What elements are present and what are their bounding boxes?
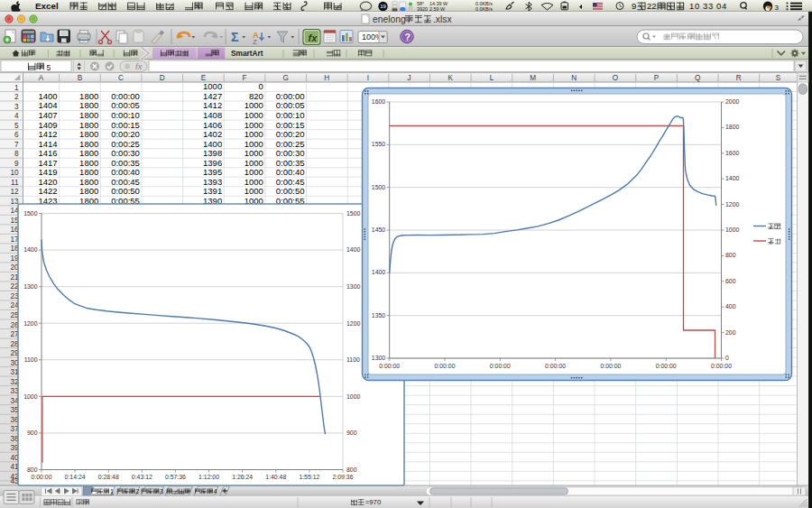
svg-text:0:00:45: 0:00:45 xyxy=(276,177,305,187)
svg-text:0:00:00: 0:00:00 xyxy=(276,91,305,101)
svg-text:1800: 1800 xyxy=(79,167,98,177)
svg-text:0:00:25: 0:00:25 xyxy=(276,139,305,149)
svg-text:R: R xyxy=(736,74,742,82)
svg-text:1100: 1100 xyxy=(346,356,360,363)
svg-text:2: 2 xyxy=(14,93,19,101)
svg-text:0:00:00: 0:00:00 xyxy=(600,363,621,369)
svg-text:2.59 W: 2.59 W xyxy=(429,6,446,12)
svg-text:1427: 1427 xyxy=(203,91,222,101)
svg-text:10: 10 xyxy=(10,169,19,177)
svg-text:1800: 1800 xyxy=(79,110,98,120)
svg-text:1000: 1000 xyxy=(245,100,263,110)
svg-text:1402: 1402 xyxy=(203,129,222,139)
svg-text:0:00:30: 0:00:30 xyxy=(276,148,305,158)
svg-text:.xlsx: .xlsx xyxy=(433,14,452,24)
svg-text:1412: 1412 xyxy=(38,129,57,139)
svg-text:0:28:48: 0:28:48 xyxy=(98,474,119,480)
svg-text:0:00:15: 0:00:15 xyxy=(276,120,305,130)
svg-text:22: 22 xyxy=(647,1,657,11)
svg-text:1000: 1000 xyxy=(245,158,263,168)
svg-text:1000: 1000 xyxy=(23,393,37,400)
svg-text:L: L xyxy=(490,74,494,82)
svg-text:fx: fx xyxy=(135,61,143,71)
svg-text:G: G xyxy=(282,74,288,82)
svg-text:1:55:12: 1:55:12 xyxy=(299,474,319,480)
svg-text:P: P xyxy=(654,74,660,82)
svg-text:K: K xyxy=(448,74,454,82)
svg-text:9: 9 xyxy=(632,1,636,11)
svg-text:1200: 1200 xyxy=(725,201,739,208)
svg-text:1300: 1300 xyxy=(23,283,37,290)
svg-text:1:40:48: 1:40:48 xyxy=(265,474,286,480)
svg-text:800: 800 xyxy=(725,252,736,258)
svg-text:B: B xyxy=(78,74,83,82)
svg-text:0:43:12: 0:43:12 xyxy=(132,474,152,480)
svg-text:=970: =970 xyxy=(365,498,382,506)
svg-text:0:00:35: 0:00:35 xyxy=(276,158,305,168)
svg-text:1396: 1396 xyxy=(203,158,222,168)
svg-text:1600: 1600 xyxy=(725,150,739,156)
svg-text:0:00:40: 0:00:40 xyxy=(276,167,305,177)
svg-text:3: 3 xyxy=(160,488,163,494)
svg-text:0:00:10: 0:00:10 xyxy=(276,110,305,120)
svg-text:0:00:25: 0:00:25 xyxy=(111,139,140,149)
svg-text:1800: 1800 xyxy=(79,139,98,149)
svg-text:1395: 1395 xyxy=(203,167,222,177)
svg-text:1350: 1350 xyxy=(372,312,385,319)
svg-text:enelong: enelong xyxy=(373,14,406,24)
svg-text:1500: 1500 xyxy=(23,210,37,217)
svg-text:11: 11 xyxy=(11,179,19,187)
svg-text:1422: 1422 xyxy=(38,186,57,196)
svg-text:1391: 1391 xyxy=(203,186,222,196)
svg-text:D: D xyxy=(160,74,165,82)
svg-text:1419: 1419 xyxy=(38,167,57,177)
svg-text:1400: 1400 xyxy=(23,246,37,253)
svg-text:1400: 1400 xyxy=(346,246,360,253)
svg-text:1400: 1400 xyxy=(38,91,57,101)
svg-text:1000: 1000 xyxy=(203,81,222,91)
svg-text:1000: 1000 xyxy=(346,393,360,400)
svg-text:1:12:00: 1:12:00 xyxy=(198,474,219,480)
svg-text:0:00:10: 0:00:10 xyxy=(111,110,140,120)
svg-text:1000: 1000 xyxy=(245,167,263,177)
svg-text:1000: 1000 xyxy=(245,139,263,149)
svg-text:0:00:30: 0:00:30 xyxy=(111,148,140,158)
svg-text:J: J xyxy=(408,74,411,82)
svg-text:900: 900 xyxy=(27,429,38,436)
svg-text:1500: 1500 xyxy=(372,184,385,190)
svg-text:SmartArt: SmartArt xyxy=(231,49,263,58)
svg-text:?: ? xyxy=(405,32,411,42)
svg-text:1800: 1800 xyxy=(79,177,98,187)
svg-text:1393: 1393 xyxy=(203,177,222,187)
svg-text:400: 400 xyxy=(725,303,736,309)
svg-text:0: 0 xyxy=(725,355,729,361)
svg-text:A: A xyxy=(39,74,44,82)
svg-text:1408: 1408 xyxy=(203,110,222,120)
svg-text:1416: 1416 xyxy=(38,148,57,158)
svg-text:1404: 1404 xyxy=(38,100,57,110)
svg-text:0:00:50: 0:00:50 xyxy=(111,186,140,196)
svg-text:0:00:20: 0:00:20 xyxy=(276,129,305,139)
svg-text:0:00:00: 0:00:00 xyxy=(32,474,52,480)
svg-text:800: 800 xyxy=(346,466,357,473)
svg-text:8: 8 xyxy=(14,150,19,158)
svg-text:1550: 1550 xyxy=(372,141,385,147)
svg-text:0.0KB/s: 0.0KB/s xyxy=(475,6,493,12)
svg-text:1800: 1800 xyxy=(79,129,98,139)
svg-text:10 33 04: 10 33 04 xyxy=(689,1,727,11)
svg-text:1200: 1200 xyxy=(23,320,37,327)
svg-text:Z: Z xyxy=(253,38,257,46)
svg-text:1000: 1000 xyxy=(245,177,263,187)
svg-text:0:00:00: 0:00:00 xyxy=(379,363,400,369)
svg-text:1412: 1412 xyxy=(203,100,222,110)
svg-text:3920: 3920 xyxy=(417,6,428,12)
svg-text:1414: 1414 xyxy=(38,139,57,149)
svg-text:O: O xyxy=(613,74,618,82)
svg-text:1800: 1800 xyxy=(79,158,98,168)
svg-text:2:09:36: 2:09:36 xyxy=(332,474,353,480)
svg-text:1800: 1800 xyxy=(79,100,98,110)
svg-text:4: 4 xyxy=(214,488,217,494)
svg-text:1406: 1406 xyxy=(203,120,222,130)
svg-text:900: 900 xyxy=(346,429,357,436)
svg-text:1000: 1000 xyxy=(245,186,263,196)
